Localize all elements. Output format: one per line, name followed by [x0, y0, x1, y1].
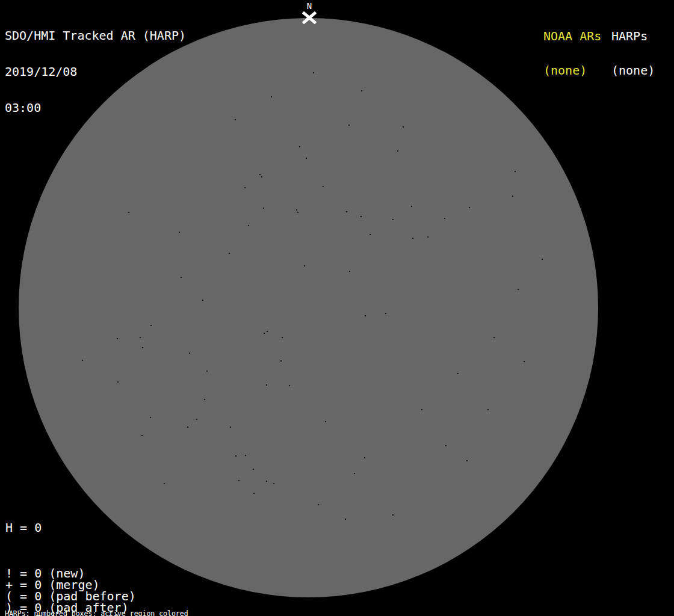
disk-speck	[271, 96, 272, 97]
plot-title: SDO/HMI Tracked AR (HARP)	[5, 29, 186, 42]
disk-speck	[306, 158, 307, 159]
disk-speck	[345, 519, 346, 520]
disk-speck	[466, 460, 468, 461]
disk-speck	[202, 300, 203, 301]
disk-speck	[365, 315, 366, 316]
disk-speck	[248, 225, 249, 226]
disk-speck	[385, 313, 386, 314]
disk-speck	[392, 514, 394, 516]
disk-speck	[150, 417, 151, 418]
disk-speck	[230, 427, 231, 428]
disk-speck	[493, 337, 495, 338]
disk-speck	[296, 209, 297, 211]
disk-speck	[181, 277, 182, 278]
disk-speck	[141, 435, 143, 436]
disk-speck	[445, 445, 447, 446]
disk-speck	[273, 483, 274, 484]
disk-speck	[542, 259, 543, 260]
disk-speck	[264, 333, 265, 334]
disk-speck	[297, 212, 298, 213]
disk-speck	[244, 187, 246, 188]
disk-speck	[299, 146, 300, 147]
disk-speck	[360, 216, 362, 217]
noaa-ars-value: (none)	[543, 65, 601, 76]
harps-label: HARPs	[611, 31, 655, 42]
disk-speck	[263, 208, 264, 209]
noaa-ars-label: NOAA ARs	[543, 31, 601, 42]
disk-speck	[140, 337, 141, 338]
disk-speck	[267, 331, 268, 332]
disk-speck	[266, 384, 267, 386]
disk-speck	[82, 360, 83, 361]
disk-speck	[313, 72, 314, 73]
disk-speck	[318, 504, 319, 505]
disk-speck	[469, 207, 470, 208]
disk-speck	[364, 457, 365, 458]
disk-speck	[128, 212, 129, 213]
disk-speck	[412, 238, 413, 239]
disk-speck	[229, 253, 230, 254]
disk-speck	[512, 196, 513, 197]
disk-speck	[427, 236, 428, 238]
disk-speck	[369, 234, 371, 235]
disk-speck	[235, 119, 236, 120]
disk-speck	[235, 455, 237, 457]
disk-speck	[238, 480, 240, 481]
plot-time: 03:00	[5, 102, 186, 114]
disk-speck	[282, 337, 283, 338]
disk-speck	[349, 271, 350, 272]
disk-speck	[253, 493, 255, 494]
disk-speck	[259, 174, 261, 175]
disk-speck	[117, 381, 119, 383]
noaa-ars-column: NOAA ARs (none)	[543, 8, 601, 99]
disk-speck	[117, 338, 118, 339]
disk-speck	[261, 176, 262, 177]
disk-speck	[411, 206, 412, 207]
disk-speck	[189, 353, 190, 354]
header-block: SDO/HMI Tracked AR (HARP) 2019/12/08 03:…	[5, 5, 186, 138]
disk-speck	[304, 265, 305, 266]
disk-speck	[444, 218, 445, 219]
footnotes: HARPs: numbered boxes; active region col…	[5, 597, 247, 616]
disk-speck	[196, 419, 197, 420]
footnote-harps: HARPs: numbered boxes; active region col…	[5, 611, 247, 616]
disk-speck	[361, 90, 362, 91]
disk-speck	[457, 373, 459, 374]
disk-speck	[245, 455, 246, 456]
disk-speck	[323, 186, 324, 187]
harps-column: HARPs (none)	[611, 8, 655, 99]
disk-speck	[421, 409, 422, 410]
solar-harp-plot: N SDO/HMI Tracked AR (HARP) 2019/12/08 0…	[0, 0, 674, 616]
disk-speck	[253, 469, 254, 470]
disk-speck	[204, 399, 205, 400]
harp-count-line: H = 0	[5, 522, 143, 534]
disk-speck	[206, 371, 208, 372]
disk-speck	[187, 427, 188, 428]
disk-speck	[403, 126, 404, 128]
disk-speck	[518, 289, 519, 290]
north-label: N	[305, 2, 314, 10]
disk-speck	[325, 421, 326, 422]
north-cross-icon	[303, 12, 315, 23]
disk-speck	[280, 360, 282, 362]
disk-speck	[515, 171, 516, 172]
disk-speck	[392, 219, 394, 220]
disk-speck	[348, 125, 350, 126]
harps-value: (none)	[611, 65, 655, 76]
disk-speck	[289, 385, 290, 386]
disk-speck	[397, 150, 398, 152]
disk-speck	[164, 483, 165, 484]
disk-speck	[150, 325, 152, 326]
disk-speck	[524, 361, 525, 362]
disk-speck	[266, 481, 267, 482]
disk-speck	[487, 409, 489, 410]
disk-speck	[354, 473, 355, 474]
disk-speck	[346, 211, 347, 212]
disk-speck	[142, 347, 143, 348]
plot-date: 2019/12/08	[5, 66, 186, 78]
disk-speck	[179, 232, 180, 233]
